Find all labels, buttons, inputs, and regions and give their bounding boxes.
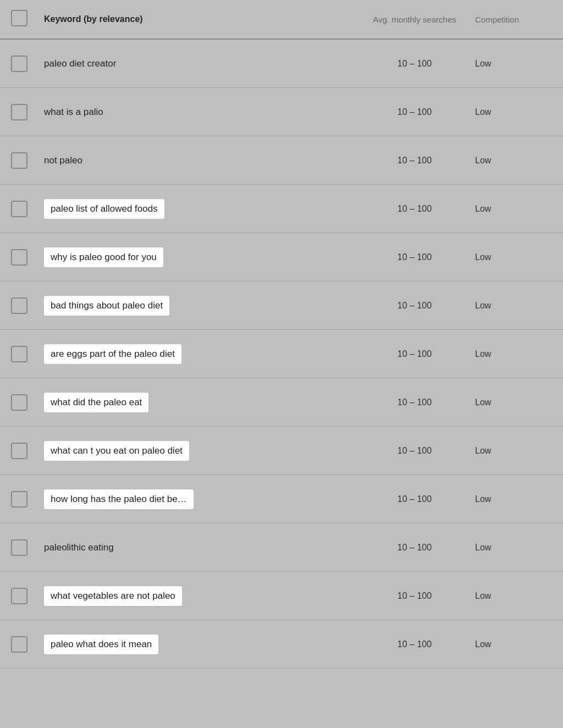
row-searches-col: 10 – 100 xyxy=(354,494,475,504)
searches-value: 10 – 100 xyxy=(398,398,432,407)
table-row: paleo what does it mean 10 – 100 Low xyxy=(0,620,563,669)
row-checkbox-col xyxy=(11,104,44,120)
row-competition-col: Low xyxy=(475,252,552,262)
competition-value: Low xyxy=(475,107,491,117)
row-competition-col: Low xyxy=(475,398,552,407)
competition-value: Low xyxy=(475,591,491,600)
row-keyword-col: paleolithic eating xyxy=(44,542,354,553)
row-checkbox-8[interactable] xyxy=(11,394,27,411)
row-searches-col: 10 – 100 xyxy=(354,398,475,407)
competition-value: Low xyxy=(475,446,491,455)
searches-value: 10 – 100 xyxy=(398,204,432,213)
competition-value: Low xyxy=(475,301,491,310)
row-checkbox-2[interactable] xyxy=(11,104,27,120)
row-checkbox-col xyxy=(11,201,44,217)
row-checkbox-col xyxy=(11,394,44,411)
row-checkbox-12[interactable] xyxy=(11,588,27,604)
keyword-text: how long has the paleo diet be… xyxy=(44,489,194,509)
row-checkbox-col xyxy=(11,539,44,556)
table-row: why is paleo good for you 10 – 100 Low xyxy=(0,233,563,282)
table-row: what can t you eat on paleo diet 10 – 10… xyxy=(0,427,563,475)
row-checkbox-col xyxy=(11,443,44,459)
row-searches-col: 10 – 100 xyxy=(354,59,475,69)
row-checkbox-6[interactable] xyxy=(11,297,27,314)
row-checkbox-13[interactable] xyxy=(11,636,27,653)
header-competition-col: Competition xyxy=(475,15,552,24)
row-searches-col: 10 – 100 xyxy=(354,156,475,166)
row-competition-col: Low xyxy=(475,446,552,456)
searches-value: 10 – 100 xyxy=(398,446,432,455)
row-checkbox-col xyxy=(11,56,44,72)
row-competition-col: Low xyxy=(475,156,552,166)
table-row: how long has the paleo diet be… 10 – 100… xyxy=(0,475,563,523)
keyword-text: paleo list of allowed foods xyxy=(44,199,164,219)
row-checkbox-col xyxy=(11,297,44,314)
row-keyword-col: what vegetables are not paleo xyxy=(44,586,354,606)
table-row: paleo list of allowed foods 10 – 100 Low xyxy=(0,185,563,233)
row-checkbox-4[interactable] xyxy=(11,201,27,217)
row-checkbox-col xyxy=(11,491,44,508)
keyword-column-header: Keyword (by relevance) xyxy=(44,14,143,24)
row-checkbox-1[interactable] xyxy=(11,56,27,72)
keyword-text: are eggs part of the paleo diet xyxy=(44,344,181,364)
competition-value: Low xyxy=(475,252,491,262)
row-searches-col: 10 – 100 xyxy=(354,107,475,117)
row-competition-col: Low xyxy=(475,591,552,601)
row-competition-col: Low xyxy=(475,107,552,117)
table-body: paleo diet creator 10 – 100 Low what is … xyxy=(0,40,563,669)
keyword-text: paleolithic eating xyxy=(44,542,114,553)
keyword-text: why is paleo good for you xyxy=(44,247,163,267)
row-checkbox-7[interactable] xyxy=(11,346,27,362)
row-checkbox-10[interactable] xyxy=(11,491,27,508)
row-keyword-col: how long has the paleo diet be… xyxy=(44,489,354,509)
row-searches-col: 10 – 100 xyxy=(354,204,475,214)
row-checkbox-11[interactable] xyxy=(11,539,27,556)
competition-value: Low xyxy=(475,156,491,165)
keyword-table: Keyword (by relevance) Avg. monthly sear… xyxy=(0,0,563,669)
searches-value: 10 – 100 xyxy=(398,494,432,504)
searches-value: 10 – 100 xyxy=(398,252,432,262)
competition-value: Low xyxy=(475,639,491,649)
header-keyword-col: Keyword (by relevance) xyxy=(44,14,354,24)
searches-value: 10 – 100 xyxy=(398,107,432,117)
row-searches-col: 10 – 100 xyxy=(354,591,475,601)
keyword-text: bad things about paleo diet xyxy=(44,296,169,316)
searches-column-header: Avg. monthly searches xyxy=(373,15,456,24)
competition-value: Low xyxy=(475,398,491,407)
competition-value: Low xyxy=(475,204,491,213)
searches-value: 10 – 100 xyxy=(398,301,432,310)
table-row: what vegetables are not paleo 10 – 100 L… xyxy=(0,572,563,620)
row-searches-col: 10 – 100 xyxy=(354,446,475,456)
row-checkbox-col xyxy=(11,636,44,653)
row-keyword-col: paleo what does it mean xyxy=(44,635,354,654)
row-keyword-col: why is paleo good for you xyxy=(44,247,354,267)
keyword-text: what did the paleo eat xyxy=(44,393,148,412)
row-checkbox-5[interactable] xyxy=(11,249,27,266)
row-checkbox-col xyxy=(11,588,44,604)
row-competition-col: Low xyxy=(475,494,552,504)
competition-value: Low xyxy=(475,543,491,552)
keyword-text: paleo diet creator xyxy=(44,58,116,69)
searches-value: 10 – 100 xyxy=(398,591,432,600)
competition-value: Low xyxy=(475,59,491,68)
table-row: not paleo 10 – 100 Low xyxy=(0,136,563,185)
table-row: paleolithic eating 10 – 100 Low xyxy=(0,523,563,572)
table-row: what is a palio 10 – 100 Low xyxy=(0,88,563,136)
header-checkbox-col xyxy=(11,10,44,29)
row-competition-col: Low xyxy=(475,639,552,649)
row-competition-col: Low xyxy=(475,301,552,311)
keyword-text: what can t you eat on paleo diet xyxy=(44,441,189,461)
table-row: what did the paleo eat 10 – 100 Low xyxy=(0,378,563,427)
table-row: paleo diet creator 10 – 100 Low xyxy=(0,40,563,88)
keyword-text: not paleo xyxy=(44,155,82,166)
row-checkbox-9[interactable] xyxy=(11,443,27,459)
searches-value: 10 – 100 xyxy=(398,639,432,649)
searches-value: 10 – 100 xyxy=(398,543,432,552)
select-all-checkbox[interactable] xyxy=(11,10,27,26)
row-checkbox-col xyxy=(11,152,44,169)
row-checkbox-3[interactable] xyxy=(11,152,27,169)
competition-value: Low xyxy=(475,494,491,504)
searches-value: 10 – 100 xyxy=(398,59,432,68)
keyword-text: what vegetables are not paleo xyxy=(44,586,182,606)
table-row: are eggs part of the paleo diet 10 – 100… xyxy=(0,330,563,378)
